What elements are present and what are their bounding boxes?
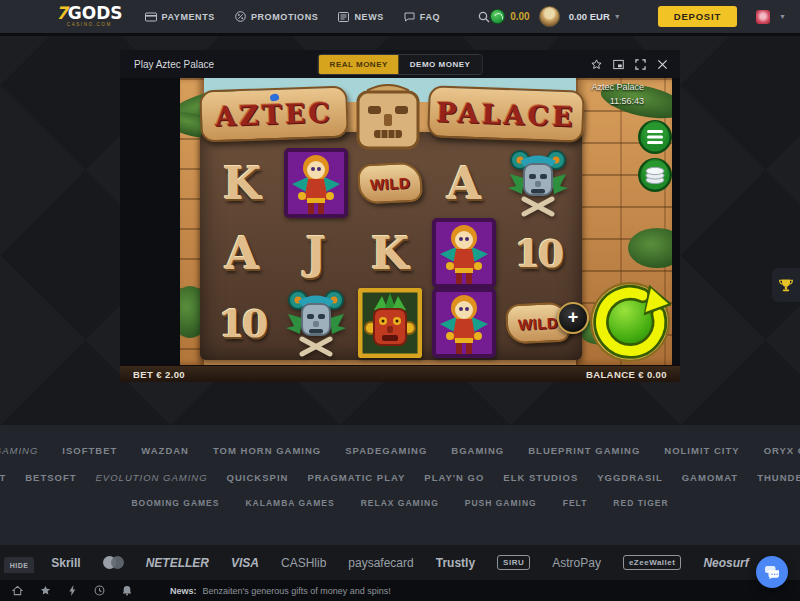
nav-item-label: PAYMENTS <box>162 12 215 22</box>
bet-balance-bar: BET € 2.00 BALANCE € 0.00 <box>120 365 680 382</box>
nav-item-label: NEWS <box>354 12 383 22</box>
provider-logo-bgaming: BGAMING <box>451 445 504 456</box>
reel-symbol-10: 10 <box>205 288 279 358</box>
logo-text-palace: PALACE <box>436 96 576 132</box>
newspaper-icon <box>338 12 349 22</box>
spin-button[interactable] <box>589 281 671 363</box>
language-chevron-icon[interactable]: ▼ <box>779 13 786 20</box>
payment-logo-visa: VISA <box>231 556 259 570</box>
provider-logo-tom-horn-gaming: tom horn gaming <box>213 445 321 456</box>
provider-logo-evolution-gaming: Evolution Gaming <box>96 472 208 483</box>
provider-logo-play-n-go: PLAY'n GO <box>424 472 484 483</box>
providers-section: MicrogamingiSOFTBETWAZDANtom horn gaming… <box>0 425 800 545</box>
casino-page: 7GODS CASINO.COM PAYMENTS PROMOTIONS NEW… <box>0 0 800 601</box>
provider-logo-betsoft: BETSOFT <box>25 472 76 483</box>
game-window-controls <box>591 59 668 70</box>
bet-amount: BET € 2.00 <box>133 369 185 380</box>
reel-symbol-idol_purple <box>279 148 353 218</box>
payments-bar: SkrillNETELLERVISACASHlibpaysafecardTrus… <box>0 545 800 580</box>
history-clock-icon[interactable] <box>94 585 105 596</box>
account-area: 0.00 0.00 EUR ▼ DEPOSIT ▼ <box>490 6 786 27</box>
theater-mode-icon[interactable] <box>613 59 624 70</box>
user-avatar[interactable] <box>539 6 560 27</box>
card-icon <box>145 12 157 22</box>
live-chat-button[interactable] <box>756 556 788 588</box>
fullscreen-icon[interactable] <box>635 59 646 70</box>
top-navbar: 7GODS CASINO.COM PAYMENTS PROMOTIONS NEW… <box>0 0 800 33</box>
close-icon[interactable] <box>657 59 668 70</box>
provider-logo-nolimit-city: NOLIMIT CITY <box>664 445 739 456</box>
nav-item-payments[interactable]: PAYMENTS <box>145 12 215 22</box>
game-page-title: Play Aztec Palace <box>134 59 214 70</box>
provider-logo-kalamba-games: KALAMBA GAMES <box>245 498 334 508</box>
bell-icon[interactable] <box>122 585 132 596</box>
nav-item-news[interactable]: NEWS <box>338 12 383 22</box>
nav-item-label: PROMOTIONS <box>251 12 319 22</box>
provider-logo-microgaming: Microgaming <box>0 445 38 456</box>
brand-logo[interactable]: 7GODS CASINO.COM <box>56 5 123 28</box>
lightning-icon[interactable] <box>68 585 77 596</box>
provider-logo-wazdan: WAZDAN <box>141 445 189 456</box>
tab-demo-money[interactable]: DEMO MONEY <box>399 55 482 74</box>
game-panel: Play Aztec Palace REAL MONEY DEMO MONEY <box>120 50 680 382</box>
hide-ticker-tab[interactable]: HIDE <box>4 557 34 573</box>
news-label: News: <box>170 586 197 596</box>
deposit-button[interactable]: DEPOSIT <box>658 6 737 27</box>
payment-logo-cashlib: CASHlib <box>281 556 326 570</box>
provider-logo-thunderkick: THUNDERKICK <box>757 472 800 483</box>
payment-logo-neosurf: Neosurf <box>703 556 748 570</box>
game-menu-button[interactable] <box>637 119 672 155</box>
reel-symbol-mask_red <box>353 288 427 358</box>
main-menu: PAYMENTS PROMOTIONS NEWS FAQ <box>145 11 491 23</box>
nav-item-promotions[interactable]: PROMOTIONS <box>235 11 319 22</box>
loyalty-points[interactable]: 0.00 <box>490 9 529 24</box>
provider-logo-push-gaming: PUSH GAMING <box>465 498 537 508</box>
search-icon[interactable] <box>478 11 490 23</box>
game-balance-amount: BALANCE € 0.00 <box>586 369 667 380</box>
payment-logo-paysafecard: paysafecard <box>348 556 413 570</box>
payment-logo-mastercard <box>103 556 124 569</box>
game-header: Play Aztec Palace REAL MONEY DEMO MONEY <box>120 50 680 78</box>
provider-logo-quickspin: QUICKSPIN <box>227 472 289 483</box>
brand-logo-text: 7GODS <box>56 5 123 22</box>
provider-logo-booming-games: BOOMING GAMES <box>131 498 219 508</box>
favorite-star-icon[interactable] <box>591 59 602 70</box>
nav-item-faq[interactable]: FAQ <box>404 12 440 22</box>
green-coin-icon <box>490 9 505 24</box>
promo-icon <box>235 11 246 22</box>
country-flag-icon[interactable] <box>756 10 770 24</box>
home-icon[interactable] <box>12 585 23 596</box>
reel-symbol-k: K <box>205 148 279 218</box>
tournaments-tab[interactable] <box>772 268 800 302</box>
balance-dropdown[interactable]: 0.00 EUR ▼ <box>569 11 621 22</box>
reel-symbol-a: A <box>427 148 501 218</box>
reel-symbol-wild: WILD <box>353 148 427 218</box>
payment-logo-neteller: NETELLER <box>146 556 209 570</box>
game-coins-button[interactable] <box>637 157 672 193</box>
game-overlay-meta: Aztec Palace 11:56:43 <box>591 81 644 108</box>
news-ticker: News: Benzaiten's generous gifts of mone… <box>0 580 800 601</box>
chat-icon <box>764 565 780 579</box>
provider-logo-isoftbet: iSOFTBET <box>62 445 117 456</box>
provider-logo-blueprint-gaming: blueprint GAMING <box>528 445 640 456</box>
news-text: Benzaiten's generous gifts of money and … <box>203 586 391 596</box>
star-icon[interactable] <box>40 585 51 596</box>
provider-logo-spadegaming: Spadegaming <box>345 445 427 456</box>
payment-logo-ezeewallet: eZeeWallet <box>623 555 682 570</box>
nav-item-label: FAQ <box>420 12 440 22</box>
providers-row-3: BOOMING GAMESKALAMBA GAMESRELAX GAMINGPU… <box>0 498 800 508</box>
overlay-clock: 11:56:43 <box>591 95 644 109</box>
game-canvas: K WILDA AJK 1010 <box>120 78 680 365</box>
overlay-game-title: Aztec Palace <box>591 81 644 95</box>
tab-real-money[interactable]: REAL MONEY <box>319 55 399 74</box>
game-logo-banner: AZTEC <box>192 80 592 152</box>
provider-logo-pragmatic-play: PRAGMATIC PLAY <box>307 472 405 483</box>
chat-bubble-icon <box>404 12 415 22</box>
points-value: 0.00 <box>510 11 529 22</box>
balance-value: 0.00 EUR <box>569 11 610 22</box>
provider-logo-elk-studios: ELK STUDIOS <box>503 472 578 483</box>
brand-logo-subtext: CASINO.COM <box>56 23 123 28</box>
slot-scene: K WILDA AJK 1010 <box>180 78 672 365</box>
payment-logo-siru: SIRU <box>497 555 530 570</box>
bet-plus-button[interactable]: + <box>557 302 589 334</box>
